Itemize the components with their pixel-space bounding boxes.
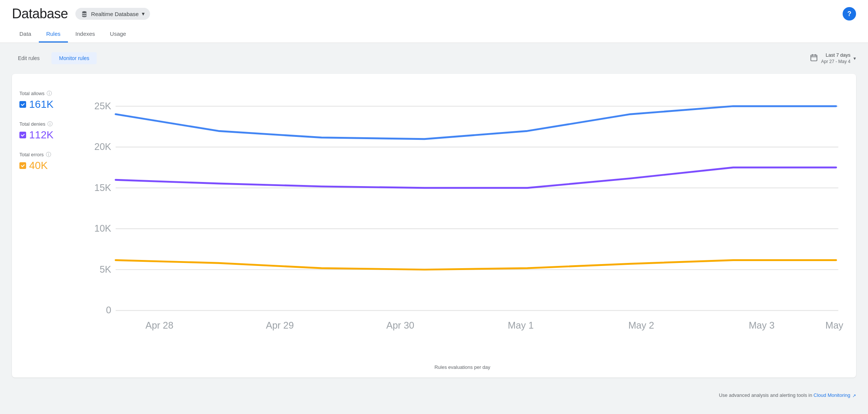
- monitor-rules-button[interactable]: Monitor rules: [51, 52, 97, 64]
- svg-text:5K: 5K: [100, 264, 111, 275]
- chart-card: Total allows ⓘ 161K Total denies ⓘ: [12, 74, 856, 377]
- svg-text:Apr 30: Apr 30: [386, 320, 414, 330]
- chevron-down-icon: ▾: [142, 10, 145, 17]
- purple-series-line: [116, 167, 836, 188]
- help-button[interactable]: ?: [843, 7, 856, 21]
- edit-rules-button[interactable]: Edit rules: [12, 52, 46, 64]
- cloud-monitoring-link[interactable]: Cloud Monitoring ↗: [814, 392, 856, 398]
- db-selector-icon: [81, 10, 88, 18]
- date-range-sub: Apr 27 - May 4: [821, 59, 850, 65]
- svg-text:May 2: May 2: [628, 320, 654, 330]
- db-selector-label: Realtime Database: [91, 11, 139, 17]
- chart-legend: Total allows ⓘ 161K Total denies ⓘ: [19, 84, 79, 370]
- tab-rules[interactable]: Rules: [39, 26, 68, 43]
- footer-text: Use advanced analysis and alerting tools…: [719, 392, 812, 398]
- svg-rect-0: [811, 55, 817, 61]
- svg-text:Apr 29: Apr 29: [266, 320, 294, 330]
- svg-text:May 3: May 3: [749, 320, 774, 330]
- main-nav: Data Rules Indexes Usage: [12, 26, 856, 43]
- date-range-title: Last 7 days: [821, 52, 850, 59]
- allows-help-icon[interactable]: ⓘ: [47, 90, 52, 97]
- svg-text:May 1: May 1: [508, 320, 534, 330]
- svg-text:May 4: May 4: [825, 320, 846, 330]
- external-link-icon: ↗: [852, 393, 856, 398]
- legend-allows: Total allows ⓘ 161K: [19, 90, 72, 110]
- legend-denies-label: Total denies: [19, 121, 45, 127]
- page-header: Database Realtime Database ▾ ? Data Rule…: [0, 0, 868, 43]
- toolbar: Edit rules Monitor rules Last 7 days Apr…: [12, 52, 856, 65]
- legend-errors-label: Total errors: [19, 152, 44, 157]
- blue-series-line: [116, 106, 836, 139]
- calendar-icon: [810, 54, 818, 63]
- denies-help-icon[interactable]: ⓘ: [47, 121, 53, 128]
- allows-checkbox[interactable]: [19, 101, 26, 108]
- footer-note: Use advanced analysis and alerting tools…: [0, 386, 868, 404]
- svg-text:0: 0: [106, 305, 111, 315]
- errors-checkbox[interactable]: [19, 162, 26, 169]
- allows-value: 161K: [29, 98, 53, 110]
- page-title: Database: [12, 6, 68, 22]
- tab-usage[interactable]: Usage: [103, 26, 134, 43]
- svg-text:10K: 10K: [94, 223, 111, 233]
- errors-value: 40K: [29, 160, 48, 172]
- chart-svg-area: 25K 20K 15K 10K 5K 0 Apr 28 Apr 29 Apr 3…: [79, 84, 846, 370]
- help-icon: ?: [847, 10, 852, 18]
- svg-text:25K: 25K: [94, 100, 111, 111]
- errors-help-icon[interactable]: ⓘ: [46, 151, 51, 158]
- svg-text:15K: 15K: [94, 182, 111, 193]
- legend-allows-label: Total allows: [19, 91, 44, 96]
- svg-text:20K: 20K: [94, 141, 111, 152]
- denies-value: 112K: [29, 129, 53, 141]
- main-content: Edit rules Monitor rules Last 7 days Apr…: [0, 43, 868, 386]
- db-selector-button[interactable]: Realtime Database ▾: [75, 8, 150, 20]
- chart-x-axis-label: Rules evaluations per day: [79, 364, 846, 370]
- legend-denies: Total denies ⓘ 112K: [19, 121, 72, 141]
- svg-text:Apr 28: Apr 28: [146, 320, 174, 330]
- denies-checkbox[interactable]: [19, 132, 26, 138]
- tab-indexes[interactable]: Indexes: [68, 26, 103, 43]
- legend-errors: Total errors ⓘ 40K: [19, 151, 72, 172]
- date-range-chevron-icon: ▾: [853, 56, 856, 61]
- date-range-selector[interactable]: Last 7 days Apr 27 - May 4 ▾: [810, 52, 856, 65]
- yellow-series-line: [116, 260, 836, 269]
- tab-data[interactable]: Data: [12, 26, 39, 43]
- chart-visualization: 25K 20K 15K 10K 5K 0 Apr 28 Apr 29 Apr 3…: [79, 84, 846, 361]
